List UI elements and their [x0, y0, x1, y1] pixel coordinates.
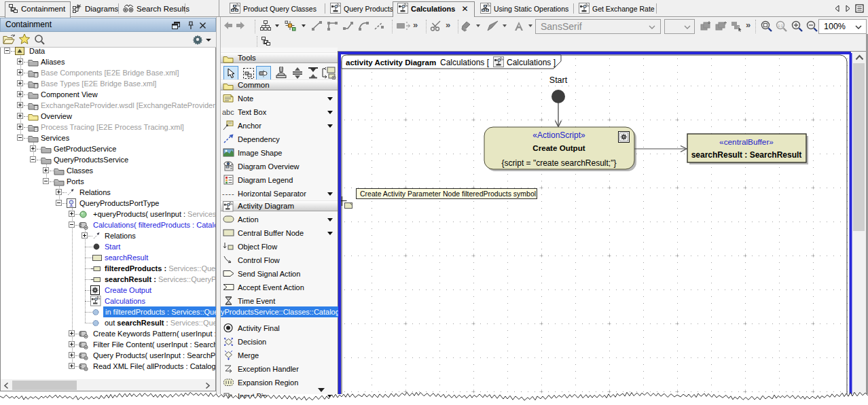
svg-text:Calculations [: Calculations [ [440, 58, 490, 67]
svg-text:searchResult : SearchResult: searchResult : SearchResult [691, 150, 802, 160]
svg-text:Create Output: Create Output [532, 143, 585, 152]
svg-text:{script = "create searchResult: {script = "create searchResult;"} [502, 158, 617, 168]
svg-text:Create Activity Parameter Node: Create Activity Parameter Node filteredP… [360, 190, 536, 198]
svg-text:1:1: 1:1 [778, 24, 783, 28]
svg-text:«centralBuffer»: «centralBuffer» [719, 137, 774, 147]
svg-text:«ActionScript»: «ActionScript» [532, 130, 585, 140]
svg-text:Calculations ]: Calculations ] [507, 58, 556, 67]
svg-text:Start: Start [549, 75, 568, 85]
svg-text:activity Activity Diagram: activity Activity Diagram [346, 58, 436, 67]
